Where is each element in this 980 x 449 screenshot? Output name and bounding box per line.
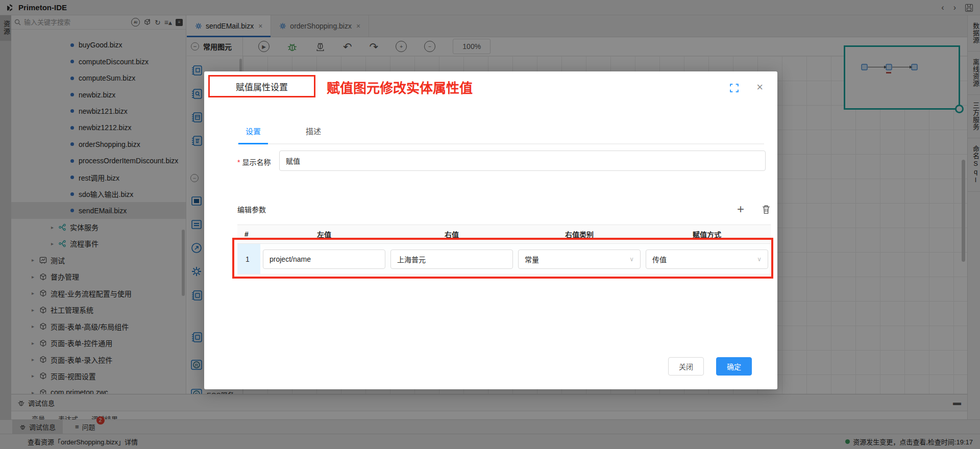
- display-name-input[interactable]: [279, 151, 766, 171]
- row-index: 1: [237, 244, 260, 274]
- edit-params-title: 编辑参数: [237, 204, 266, 214]
- params-table: #左值右值右值类别赋值方式 1常量∨传值∨: [237, 224, 771, 275]
- params-table-header: #左值右值右值类别赋值方式: [237, 224, 771, 244]
- column-header: 右值类别: [516, 229, 643, 239]
- left-value-input[interactable]: [263, 250, 385, 269]
- right-value-input[interactable]: [390, 250, 513, 269]
- dialog-tabs: 设置描述: [237, 122, 764, 144]
- close-button[interactable]: 关闭: [668, 357, 704, 376]
- param-row[interactable]: 1常量∨传值∨: [237, 244, 771, 275]
- fullscreen-icon[interactable]: [730, 84, 739, 92]
- right-type-select[interactable]: 常量∨: [518, 250, 641, 269]
- close-icon[interactable]: ×: [756, 81, 763, 94]
- column-header: 赋值方式: [643, 229, 771, 239]
- chevron-down-icon: ∨: [629, 256, 634, 263]
- column-header: #: [237, 230, 260, 238]
- primeton-ide-window: Primeton-IDE ‹ › 资源 buyGood.bizxcomputeD…: [0, 0, 980, 449]
- dialog-title: 赋值属性设置: [236, 80, 288, 93]
- assign-properties-dialog: 赋值属性设置 赋值图元修改实体属性值 × 设置描述 *显示名称 编辑参数 + #…: [204, 71, 777, 389]
- column-header: 左值: [260, 229, 388, 239]
- delete-param-icon[interactable]: [762, 205, 771, 214]
- chevron-down-icon: ∨: [757, 256, 762, 263]
- assign-mode-select[interactable]: 传值∨: [646, 250, 768, 269]
- add-param-icon[interactable]: +: [737, 203, 744, 215]
- dialog-tab[interactable]: 设置: [246, 122, 261, 143]
- display-name-label: *显示名称: [237, 157, 271, 167]
- required-asterisk: *: [237, 158, 240, 166]
- annotation-text: 赋值图元修改实体属性值: [327, 78, 473, 96]
- ok-button[interactable]: 确定: [716, 357, 752, 376]
- column-header: 右值: [388, 229, 516, 239]
- annotation-rectangle-title: 赋值属性设置: [208, 75, 315, 97]
- dialog-tab[interactable]: 描述: [306, 122, 321, 143]
- params-table-body: 1常量∨传值∨: [237, 244, 771, 275]
